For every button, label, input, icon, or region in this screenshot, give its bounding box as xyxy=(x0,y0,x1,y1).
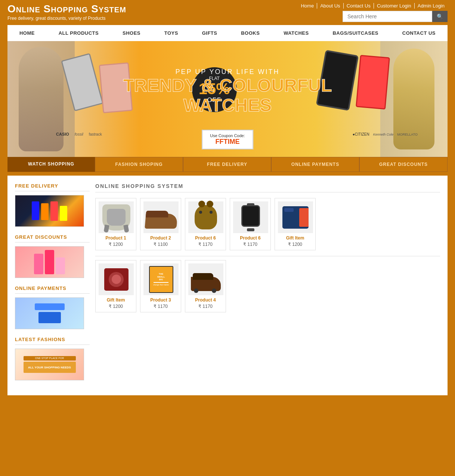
brand-morellato: MORELLATO xyxy=(397,133,418,136)
nav-inner: HOME ALL PRODUCTS SHOES TOYS GIFTS BOOKS… xyxy=(7,25,448,41)
products-section: ONLINE SHOPPING SYSTEM Product 1 ₹ 1200 xyxy=(95,183,440,388)
nav-shoes[interactable]: SHOES xyxy=(119,25,144,41)
product-card-4[interactable]: Product 6 ₹ 1170 xyxy=(230,198,271,250)
coupon-code: FFTIME xyxy=(210,138,245,146)
product-price-6: ₹ 1200 xyxy=(99,304,133,309)
tab-great-discounts[interactable]: GREAT DISCOUNTS xyxy=(359,157,448,172)
brand-casio: CASIO xyxy=(56,132,69,136)
product-img-3 xyxy=(188,201,223,233)
product-price-3: ₹ 1170 xyxy=(188,242,223,247)
product-img-4 xyxy=(233,201,268,233)
banner: PEP UP YOUR LIFE WITH TRENDY & COLOURFUL… xyxy=(7,41,448,157)
brand-kenneth: Kenneth Cole xyxy=(373,133,394,136)
link-contact[interactable]: Contact Us xyxy=(344,3,374,9)
product-name-2: Product 2 xyxy=(143,235,178,241)
product-name-7: Product 3 xyxy=(143,297,178,303)
brand-fastrack: fastrack xyxy=(89,132,102,136)
product-price-7: ₹ 1170 xyxy=(143,304,178,309)
product-price-1: ₹ 1200 xyxy=(99,242,133,247)
sidebar-title-discounts: GREAT DISCOUNTS xyxy=(15,234,90,242)
product-img-2 xyxy=(143,201,179,233)
product-card-7[interactable]: THESMALLBIG change that makes Product 3 … xyxy=(140,260,181,312)
brand-fossil: fossil xyxy=(75,132,83,136)
coupon-label: Use Coupon Code: xyxy=(210,133,245,138)
product-name-4: Product 6 xyxy=(233,235,267,241)
sidebar-title-delivery: FREE DELIVERY xyxy=(15,183,90,191)
link-admin-login[interactable]: Admin Login xyxy=(415,3,448,9)
products-section-title: ONLINE SHOPPING SYSTEM xyxy=(95,183,440,192)
banner-main-text: TRENDY & COLOURFUL WATCHES xyxy=(123,76,332,115)
banner-right-model xyxy=(380,41,448,157)
search-input[interactable] xyxy=(343,11,432,22)
product-name-1: Product 1 xyxy=(99,235,133,241)
banner-top-text: PEP UP YOUR LIFE WITH xyxy=(123,68,332,76)
nav-home[interactable]: HOME xyxy=(16,25,38,41)
brand-logos-left: CASIO fossil fastrack xyxy=(56,132,102,136)
nav-gifts[interactable]: GIFTS xyxy=(198,25,221,41)
nav-toys[interactable]: TOYS xyxy=(161,25,182,41)
site-subtitle: Free delivery, great discounts, variety … xyxy=(7,16,126,21)
product-name-3: Product 6 xyxy=(188,235,223,241)
product-card-3[interactable]: Product 6 ₹ 1170 xyxy=(185,198,226,250)
banner-wrap: PEP UP YOUR LIFE WITH TRENDY & COLOURFUL… xyxy=(0,41,455,172)
search-bar: 🔍 xyxy=(343,11,448,22)
sidebar-free-delivery: FREE DELIVERY xyxy=(15,183,90,227)
product-img-1 xyxy=(99,201,134,233)
product-card-1[interactable]: Product 1 ₹ 1200 xyxy=(95,198,136,250)
coupon-box: Use Coupon Code: FFTIME xyxy=(202,130,253,149)
tab-online-payments[interactable]: ONLINE PAYMENTS xyxy=(271,157,359,172)
product-price-4: ₹ 1170 xyxy=(233,242,267,247)
link-about[interactable]: About Us xyxy=(317,3,343,9)
site-title: Online Shopping System xyxy=(7,3,126,15)
sidebar-latest-fashions: LATEST FASHIONS ONE STOP PLACE FOR ALL Y… xyxy=(15,337,90,380)
sidebar-img-discounts xyxy=(15,246,84,278)
sidebar-title-payments: ONLINE PAYMENTS xyxy=(15,285,90,294)
product-price-8: ₹ 1170 xyxy=(188,304,223,309)
tab-fashion-shopping[interactable]: FASHION SHOPING xyxy=(95,157,183,172)
products-row-1: Product 1 ₹ 1200 Product 2 ₹ 1100 xyxy=(95,198,440,250)
main-nav: HOME ALL PRODUCTS SHOES TOYS GIFTS BOOKS… xyxy=(0,25,455,41)
link-customer-login[interactable]: Customer Login xyxy=(374,3,415,9)
banner-tabs: WATCH SHOPPING FASHION SHOPING FREE DELI… xyxy=(7,157,448,172)
search-button[interactable]: 🔍 xyxy=(432,11,448,22)
top-right: Home About Us Contact Us Customer Login … xyxy=(298,3,448,22)
sidebar-img-delivery xyxy=(15,195,84,227)
product-name-8: Product 4 xyxy=(188,297,223,303)
logo-area: Online Shopping System Free delivery, gr… xyxy=(7,3,126,21)
sidebar-img-payments xyxy=(15,297,84,329)
product-name-6: Gift Item xyxy=(99,297,133,303)
sidebar-title-fashions: LATEST FASHIONS xyxy=(15,337,90,345)
top-links: Home About Us Contact Us Customer Login … xyxy=(298,3,448,9)
product-img-7: THESMALLBIG change that makes xyxy=(143,263,179,295)
product-img-8 xyxy=(188,263,223,295)
sidebar-online-payments: ONLINE PAYMENTS xyxy=(15,285,90,329)
content-inner: FREE DELIVERY GREAT DISCOUNTS xyxy=(7,176,448,395)
product-card-2[interactable]: Product 2 ₹ 1100 xyxy=(140,198,181,250)
tab-watch-shopping[interactable]: WATCH SHOPPING xyxy=(7,157,95,172)
nav-watches[interactable]: WATCHES xyxy=(280,25,313,41)
nav-books[interactable]: BOOKS xyxy=(237,25,263,41)
sidebar-great-discounts: GREAT DISCOUNTS xyxy=(15,234,90,278)
product-card-8[interactable]: Product 4 ₹ 1170 xyxy=(185,260,226,312)
banner-center-text: PEP UP YOUR LIFE WITH TRENDY & COLOURFUL… xyxy=(123,68,332,115)
banner-left-model xyxy=(7,41,75,157)
nav-bags[interactable]: BAGS/SUITCASES xyxy=(329,25,382,41)
product-price-2: ₹ 1100 xyxy=(143,242,178,247)
nav-contact-us[interactable]: CONTACT US xyxy=(399,25,439,41)
product-img-6 xyxy=(99,263,134,295)
nav-all-products[interactable]: ALL PRODUCTS xyxy=(55,25,103,41)
main-content: FREE DELIVERY GREAT DISCOUNTS xyxy=(0,172,455,403)
product-card-6[interactable]: Gift Item ₹ 1200 xyxy=(95,260,136,312)
products-row-2: Gift Item ₹ 1200 THESMALLBIG change that… xyxy=(95,260,440,312)
top-bar: Online Shopping System Free delivery, gr… xyxy=(0,0,455,25)
product-price-5: ₹ 1200 xyxy=(278,242,312,247)
product-name-5: Gift Item xyxy=(278,235,312,241)
tab-free-delivery[interactable]: FREE DELIVERY xyxy=(183,157,271,172)
brand-logos-right: ●CITIZEN Kenneth Cole MORELLATO xyxy=(353,132,418,136)
sidebar-img-fashions: ONE STOP PLACE FOR ALL YOUR SHOPPING NEE… xyxy=(15,349,84,380)
brand-citizen: ●CITIZEN xyxy=(353,132,369,136)
products-divider xyxy=(95,256,440,256)
product-card-5[interactable]: Gift Item ₹ 1200 xyxy=(275,198,316,250)
link-home[interactable]: Home xyxy=(298,3,317,9)
product-img-5 xyxy=(278,201,313,233)
